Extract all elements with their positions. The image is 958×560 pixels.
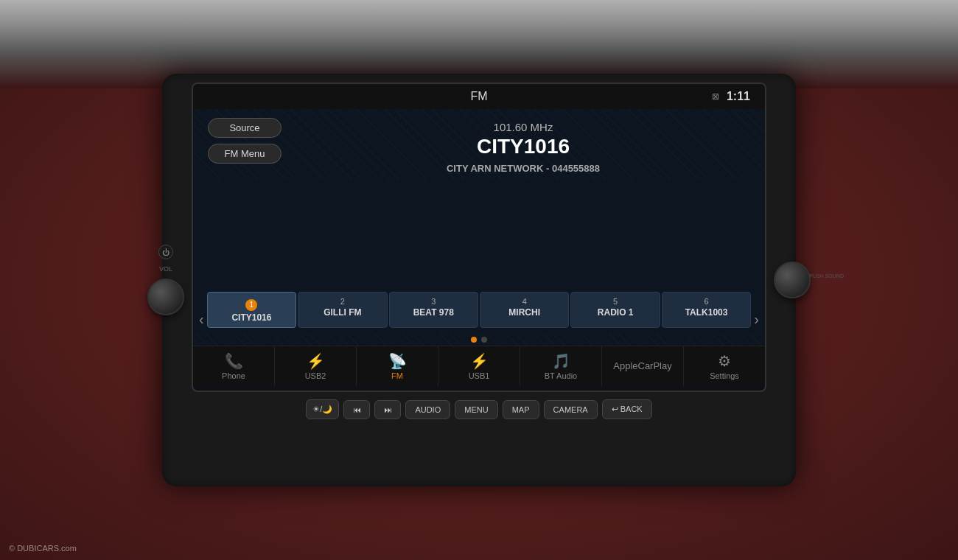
presets-container: 1 CITY1016 2 GILLI FM 3 BEAT 978 — [207, 292, 752, 328]
station-arn-display: CITY ARN NETWORK - 044555888 — [296, 163, 750, 174]
nav-phone[interactable]: 📞 Phone — [193, 346, 275, 386]
map-button[interactable]: MAP — [503, 400, 539, 419]
usb1-icon: ⚡ — [470, 352, 489, 370]
preset-num-5: 5 — [574, 297, 656, 306]
nav-carplay[interactable]: AppleCarPlay — [602, 346, 684, 386]
clock-display: 1:11 — [727, 90, 750, 103]
preset-item-2[interactable]: 2 GILLI FM — [298, 292, 387, 328]
nav-bt-audio[interactable]: 🎵 BT Audio — [520, 346, 602, 386]
station-name-display: CITY1016 — [296, 135, 750, 158]
nav-bt-label: BT Audio — [545, 371, 577, 380]
camera-button[interactable]: CAMERA — [544, 400, 598, 419]
nav-settings-label: Settings — [710, 371, 739, 380]
left-controls: ⏻ VOL — [147, 245, 184, 315]
nav-fm[interactable]: 📡 FM — [357, 346, 438, 386]
preset-item-5[interactable]: 5 RADIO 1 — [570, 292, 660, 328]
nav-usb1[interactable]: ⚡ USB1 — [438, 346, 520, 386]
push-sound-label: PUSH SOUND — [809, 273, 844, 279]
page-indicators — [193, 334, 765, 346]
phone-icon: 📞 — [225, 352, 243, 370]
nav-usb2-label: USB2 — [305, 371, 326, 380]
settings-icon: ⚙ — [718, 352, 731, 370]
fm-icon: 📡 — [388, 352, 407, 370]
preset-item-6[interactable]: 6 TALK1003 — [662, 292, 751, 328]
screen-header: FM ⊠ 1:11 — [193, 84, 765, 109]
bt-icon: 🎵 — [552, 352, 570, 370]
prev-track-button[interactable]: ⏮ — [343, 400, 370, 419]
infotainment-unit: ⏻ VOL PUSH SOUND FM ⊠ 1:11 Source FM Men… — [162, 74, 796, 486]
brightness-button[interactable]: ☀/🌙 — [306, 399, 339, 419]
preset-num-6: 6 — [665, 297, 747, 306]
power-button[interactable]: ⏻ — [158, 245, 173, 259]
usb2-icon: ⚡ — [307, 352, 325, 370]
nav-fm-label: FM — [391, 371, 403, 380]
preset-next-arrow[interactable]: › — [751, 311, 762, 328]
preset-name-1: CITY1016 — [211, 312, 293, 323]
dot-2 — [481, 337, 487, 343]
nav-phone-label: Phone — [222, 371, 245, 380]
volume-knob[interactable] — [147, 279, 184, 315]
watermark: © DUBICARS.com — [9, 544, 77, 553]
source-button[interactable]: Source — [208, 118, 282, 138]
right-controls: PUSH SOUND — [774, 262, 811, 298]
dot-1 — [471, 337, 477, 343]
back-button[interactable]: ↩ BACK — [602, 399, 652, 419]
frequency-display: 101.60 MHz — [296, 121, 750, 133]
preset-badge-1: 1 — [245, 299, 257, 311]
fm-menu-button[interactable]: FM Menu — [208, 144, 282, 164]
station-info-area: Source FM Menu 101.60 MHz CITY1016 CITY … — [193, 109, 765, 180]
left-buttons: Source FM Menu — [208, 118, 282, 174]
bottom-navigation: 📞 Phone ⚡ USB2 📡 FM ⚡ USB1 🎵 BT Aud — [193, 346, 765, 386]
menu-button[interactable]: MENU — [455, 400, 497, 419]
preset-item-4[interactable]: 4 MIRCHI — [480, 292, 569, 328]
preset-name-2: GILLI FM — [301, 307, 383, 318]
preset-num-4: 4 — [483, 297, 565, 306]
preset-num-3: 3 — [393, 297, 475, 306]
preset-num-2: 2 — [301, 297, 383, 306]
physical-buttons-row: ☀/🌙 ⏮ ⏭ AUDIO MENU MAP CAMERA ↩ BACK — [192, 399, 766, 419]
preset-item-1[interactable]: 1 CITY1016 — [207, 292, 296, 328]
preset-item-3[interactable]: 3 BEAT 978 — [389, 292, 478, 328]
station-info: 101.60 MHz CITY1016 CITY ARN NETWORK - 0… — [296, 118, 750, 174]
preset-name-6: TALK1003 — [665, 307, 747, 318]
preset-name-3: BEAT 978 — [393, 307, 475, 318]
preset-prev-arrow[interactable]: ‹ — [196, 311, 207, 328]
preset-name-5: RADIO 1 — [574, 307, 656, 318]
tune-knob[interactable] — [774, 262, 811, 298]
vol-label: VOL — [159, 265, 172, 273]
next-track-button[interactable]: ⏭ — [374, 400, 401, 419]
nav-settings[interactable]: ⚙ Settings — [684, 346, 765, 386]
nav-usb2[interactable]: ⚡ USB2 — [275, 346, 357, 386]
infotainment-screen: FM ⊠ 1:11 Source FM Menu 101.60 MHz CITY… — [192, 83, 766, 392]
screen-content: Source FM Menu 101.60 MHz CITY1016 CITY … — [193, 109, 765, 386]
signal-icon: ⊠ — [712, 91, 719, 102]
carplay-icon: AppleCarPlay — [613, 360, 672, 371]
preset-name-4: MIRCHI — [483, 307, 565, 318]
preset-section: ‹ 1 CITY1016 2 GILLI FM 3 BEAT — [193, 180, 765, 334]
nav-usb1-label: USB1 — [469, 371, 490, 380]
audio-button[interactable]: AUDIO — [405, 400, 450, 419]
screen-title: FM — [388, 90, 569, 103]
